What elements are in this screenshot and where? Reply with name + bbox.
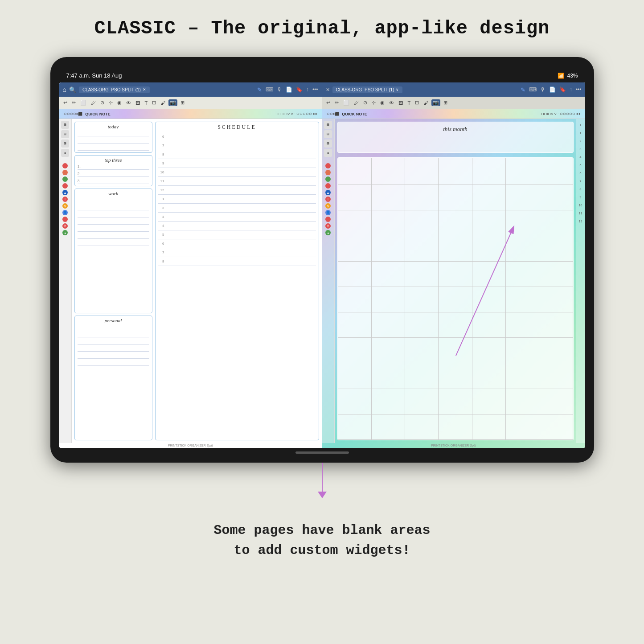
blue-dot-r[interactable]: ▲ bbox=[325, 190, 331, 195]
keyboard-icon-r[interactable]: ⌨ bbox=[529, 86, 537, 93]
tab-close-icon-right[interactable]: ∨ bbox=[396, 87, 399, 92]
orange-dot[interactable] bbox=[62, 170, 68, 175]
green-dot-r2[interactable]: ● bbox=[325, 230, 331, 235]
eye-icon[interactable]: 👁 bbox=[125, 100, 132, 106]
doc-icon-r[interactable]: 📄 bbox=[549, 86, 556, 93]
left-panel: ⌂ 🔍 CLASS-ORG_PSO SPLIT (1) ✕ ✎ ⌨ 🎙 📄 🔖 … bbox=[59, 82, 322, 448]
person-dot-1[interactable]: 👤 bbox=[62, 210, 68, 215]
pen-tool-icon[interactable]: ✏ bbox=[70, 99, 77, 106]
camera2-icon-r[interactable]: 📷 bbox=[431, 99, 440, 106]
cal-cell bbox=[505, 287, 539, 312]
share-icon-r[interactable]: ↑ bbox=[570, 86, 572, 93]
camera-icon-r[interactable]: ⊙ bbox=[362, 99, 369, 106]
more-icon[interactable]: ••• bbox=[312, 86, 318, 93]
eraser-icon-r[interactable]: ⬜ bbox=[342, 99, 351, 106]
dollar-dot[interactable]: $ bbox=[62, 203, 68, 209]
exclaim-dot-r[interactable]: ! bbox=[325, 197, 331, 202]
person-dot-r[interactable]: 👤 bbox=[325, 210, 331, 215]
sidebar-btn-1[interactable]: ⊞ bbox=[61, 121, 69, 129]
keyboard-icon[interactable]: ⌨ bbox=[266, 86, 273, 93]
dollar-dot-r[interactable]: $ bbox=[325, 203, 331, 209]
red-dot-r2[interactable] bbox=[325, 183, 331, 189]
red-dot-r1[interactable] bbox=[325, 163, 331, 168]
right-left-sidebar: ⊞ ⊟ ⊠ ≡ ▲ ! $ 👤 — ✕ ● bbox=[322, 119, 335, 443]
sidebar-btn-r1[interactable]: ⊞ bbox=[324, 121, 332, 129]
sidebar-btn-3[interactable]: ⊠ bbox=[61, 139, 69, 148]
text-icon-r[interactable]: T bbox=[406, 100, 412, 106]
sidebar-num-6: 6 bbox=[580, 169, 582, 177]
work-line-1 bbox=[78, 198, 149, 203]
pen-tool-icon-r[interactable]: ✏ bbox=[333, 99, 340, 106]
left-footer: PRINTSTICK ORGANIZER Split bbox=[59, 443, 322, 448]
highlighter-icon[interactable]: 🖊 bbox=[90, 100, 97, 106]
red-dot-2[interactable] bbox=[62, 183, 68, 189]
pencil-icon[interactable]: ✎ bbox=[257, 86, 262, 93]
green-dot-1[interactable] bbox=[62, 176, 68, 182]
sidebar-btn-r2[interactable]: ⊟ bbox=[324, 130, 332, 138]
green-dot-2[interactable]: ● bbox=[62, 230, 68, 235]
schedule-row-10: 10 bbox=[158, 168, 316, 177]
tab-class-org-left[interactable]: CLASS-ORG_PSO SPLIT (1) ✕ bbox=[79, 86, 150, 93]
blue-dot[interactable]: ▲ bbox=[62, 190, 68, 195]
search-icon[interactable]: 🔍 bbox=[69, 86, 76, 93]
grid-icon[interactable]: ⊞ bbox=[179, 99, 186, 106]
home-icon[interactable]: ⌂ bbox=[63, 86, 66, 93]
bookmark-icon-r[interactable]: 🔖 bbox=[559, 86, 566, 93]
paint-icon-r[interactable]: 🖌 bbox=[422, 100, 430, 106]
share-icon[interactable]: ↑ bbox=[306, 86, 309, 93]
select-icon[interactable]: ⊹ bbox=[107, 99, 114, 106]
cal-cell bbox=[505, 185, 539, 210]
sticker-icon[interactable]: ⊡ bbox=[151, 99, 157, 106]
image-icon-r[interactable]: 🖼 bbox=[397, 100, 405, 106]
schedule-row-12: 12 bbox=[158, 186, 316, 195]
cal-cell bbox=[371, 414, 405, 439]
sidebar-btn-r4[interactable]: ≡ bbox=[324, 149, 332, 157]
image-icon[interactable]: 🖼 bbox=[134, 100, 142, 106]
select-icon-r[interactable]: ⊹ bbox=[370, 99, 377, 106]
x-dot-r[interactable]: ✕ bbox=[325, 223, 331, 229]
doc-icon[interactable]: 📄 bbox=[286, 86, 292, 93]
paint-icon[interactable]: 🖌 bbox=[159, 100, 167, 106]
lasso-icon[interactable]: ◉ bbox=[116, 99, 123, 106]
mic-icon-r[interactable]: 🎙 bbox=[540, 86, 546, 93]
cal-cell bbox=[472, 236, 505, 261]
home-bar[interactable] bbox=[295, 451, 349, 454]
bookmark-icon[interactable]: 🔖 bbox=[296, 86, 303, 93]
text-icon[interactable]: T bbox=[144, 100, 149, 106]
camera-icon[interactable]: ⊙ bbox=[99, 99, 106, 106]
sidebar-btn-r3[interactable]: ⊠ bbox=[324, 139, 332, 148]
red-dot-1[interactable] bbox=[62, 163, 68, 168]
sticker-icon-r[interactable]: ⊡ bbox=[414, 99, 420, 106]
grid-icon-r[interactable]: ⊞ bbox=[442, 99, 449, 106]
eraser-icon[interactable]: ⬜ bbox=[79, 99, 88, 106]
undo-icon[interactable]: ↩ bbox=[62, 99, 69, 106]
pencil-icon-r[interactable]: ✎ bbox=[521, 86, 525, 93]
mic-icon[interactable]: 🎙 bbox=[277, 86, 282, 93]
lasso-icon-r[interactable]: ◉ bbox=[379, 99, 386, 106]
sidebar-btn-2[interactable]: ⊟ bbox=[61, 130, 69, 138]
minus-dot-r[interactable]: — bbox=[325, 217, 331, 222]
green-dot-r1[interactable] bbox=[325, 176, 331, 182]
undo-icon-r[interactable]: ↩ bbox=[325, 99, 332, 106]
close-icon-right[interactable]: ✕ bbox=[326, 87, 330, 93]
cal-cell bbox=[539, 185, 573, 210]
x-dot[interactable]: ✕ bbox=[62, 223, 68, 229]
tab-close-icon[interactable]: ✕ bbox=[143, 87, 146, 92]
eye-icon-r[interactable]: 👁 bbox=[388, 100, 395, 106]
sidebar-btn-4[interactable]: ≡ bbox=[61, 149, 69, 157]
highlighter-icon-r[interactable]: 🖊 bbox=[353, 100, 360, 106]
schedule-row-6: 6 bbox=[158, 132, 316, 141]
cal-row-5 bbox=[338, 287, 573, 312]
today-line-1 bbox=[78, 131, 149, 136]
camera2-icon[interactable]: 📷 bbox=[168, 99, 177, 106]
work-line-3 bbox=[78, 212, 149, 217]
minus-dot[interactable]: — bbox=[62, 217, 68, 222]
orange-dot-r[interactable] bbox=[325, 170, 331, 175]
more-icon-r[interactable]: ••• bbox=[576, 86, 582, 93]
cal-cell bbox=[539, 338, 573, 363]
cal-cell bbox=[338, 158, 371, 185]
cal-cell bbox=[371, 185, 405, 210]
tab-class-org-right[interactable]: CLASS-ORG_PSO SPLIT (1) ∨ bbox=[332, 86, 403, 93]
cal-cell bbox=[371, 312, 405, 338]
exclaim-dot[interactable]: ! bbox=[62, 197, 68, 202]
